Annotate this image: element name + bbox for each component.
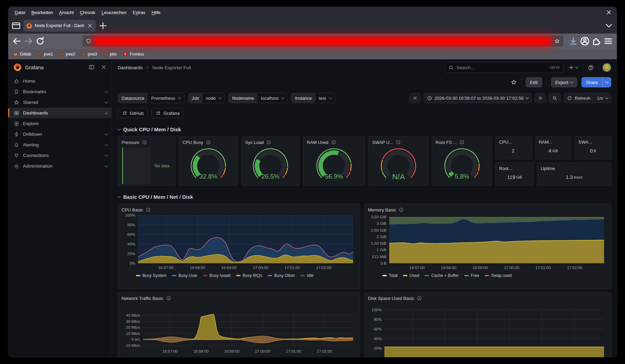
search-box[interactable]: ctrl+k: [445, 62, 564, 73]
sidebar-item[interactable]: Dashboards: [8, 108, 112, 118]
info-icon[interactable]: [396, 140, 401, 145]
disk-space-chart[interactable]: 20%40%60%80%100%: [368, 306, 606, 357]
variable-value-dropdown[interactable]: test: [315, 93, 335, 103]
add-button[interactable]: [567, 62, 579, 73]
panel-title[interactable]: Disk Space Used Basic: [368, 296, 414, 301]
chevron-down-icon[interactable]: [105, 143, 108, 146]
grafana-logo[interactable]: [14, 63, 21, 71]
panel-title[interactable]: SWA...: [578, 139, 592, 145]
variable-value-dropdown[interactable]: node: [202, 93, 225, 103]
root-fs-gauge[interactable]: 5.8%: [438, 146, 486, 182]
bookmark-item[interactable]: F Fronius: [123, 52, 144, 57]
bookmark-item[interactable]: Gitlab: [13, 52, 31, 57]
legend-item[interactable]: Total: [382, 273, 397, 278]
info-icon[interactable]: [146, 207, 151, 212]
legend-item[interactable]: Busy User: [172, 273, 197, 278]
export-button[interactable]: Export: [551, 77, 578, 87]
sidebar-item[interactable]: Alerting: [8, 139, 112, 150]
time-range-picker[interactable]: 2026-03-30 16:56:07 to 2026-03-30 17:02:…: [424, 93, 532, 103]
list-all-tabs-button[interactable]: [604, 21, 614, 31]
sidebar-item[interactable]: Bookmarks: [8, 86, 112, 97]
reload-button[interactable]: [35, 36, 45, 46]
info-icon[interactable]: [460, 140, 464, 145]
info-icon[interactable]: [417, 296, 422, 301]
bookmark-item[interactable]: pve3: [81, 52, 97, 57]
zoom-out-button[interactable]: [549, 93, 561, 103]
chevron-down-icon[interactable]: [105, 111, 108, 114]
info-icon[interactable]: [142, 140, 147, 145]
bookmark-item[interactable]: pve1: [37, 52, 53, 57]
info-icon[interactable]: [166, 296, 171, 301]
time-shift-forward-button[interactable]: [534, 93, 546, 103]
chevron-down-icon[interactable]: [105, 100, 108, 104]
tab-close-icon[interactable]: [87, 23, 93, 28]
refresh-interval-dropdown[interactable]: 1m: [594, 93, 611, 103]
legend-item[interactable]: Idle: [300, 273, 313, 278]
memory-basic-chart[interactable]: 0 B512 MiB1 GiB1.50 GiB2 GiB2.50 GiB3 Gi…: [368, 213, 606, 272]
menu-item[interactable]: Extras: [130, 9, 149, 16]
legend-item[interactable]: Swap used: [485, 273, 511, 278]
menu-item[interactable]: Lesezeichen: [99, 9, 130, 16]
time-shift-back-button[interactable]: [409, 93, 421, 103]
app-menu-button[interactable]: [603, 36, 613, 46]
dock-sidebar-icon[interactable]: [89, 64, 95, 70]
forward-button[interactable]: [23, 36, 34, 46]
legend-item[interactable]: Busy Iowait: [203, 273, 230, 278]
panel-title[interactable]: Root...: [499, 166, 512, 171]
chevron-down-icon[interactable]: [105, 132, 108, 135]
favorite-star-button[interactable]: [511, 79, 517, 85]
search-input[interactable]: [456, 65, 547, 70]
firefox-view-button[interactable]: [11, 21, 21, 31]
sidebar-item[interactable]: Administration: [8, 161, 112, 171]
sidebar-item[interactable]: Explore: [8, 118, 112, 129]
panel-title[interactable]: CPU Busy: [183, 140, 203, 145]
info-icon[interactable]: [266, 140, 271, 145]
menu-item[interactable]: Hilfe: [149, 9, 164, 16]
legend-item[interactable]: Free: [464, 273, 479, 278]
chevron-down-icon[interactable]: [105, 89, 108, 93]
legend-item[interactable]: Cache + Buffer: [425, 273, 459, 278]
extensions-button[interactable]: [591, 36, 602, 46]
sidebar-item[interactable]: Home: [8, 76, 112, 86]
panel-title[interactable]: Root FS ...: [436, 140, 457, 145]
variable-control[interactable]: Instance test: [291, 93, 335, 103]
refresh-button[interactable]: Refresh: [564, 93, 594, 103]
panel-title[interactable]: Memory Basic: [368, 207, 396, 213]
share-menu-button[interactable]: [602, 77, 611, 87]
dashboard-link[interactable]: Grafana: [151, 108, 184, 118]
swap-used-gauge[interactable]: N/A: [374, 146, 423, 182]
info-icon[interactable]: [399, 207, 404, 212]
breadcrumb-dashboards[interactable]: Dashboards: [118, 65, 143, 70]
window-close-button[interactable]: [606, 9, 612, 15]
legend-item[interactable]: Busy System: [136, 273, 166, 278]
legend-item[interactable]: Used: [403, 273, 419, 278]
menu-item[interactable]: Bearbeiten: [28, 9, 56, 16]
panel-title[interactable]: Network Traffic Basic: [121, 296, 163, 301]
panel-title[interactable]: Uptime: [541, 166, 555, 171]
legend-item[interactable]: Busy Other: [268, 273, 295, 278]
panel-title[interactable]: CPU Basic: [121, 207, 143, 213]
panel-title[interactable]: CPU...: [499, 139, 512, 145]
section-basic-cpu-mem-net-disk[interactable]: Basic CPU / Mem / Net / Disk: [118, 193, 611, 201]
bookmark-item[interactable]: pve2: [59, 52, 75, 57]
edit-button[interactable]: Edit: [525, 77, 542, 87]
user-avatar[interactable]: [602, 63, 611, 72]
variable-control[interactable]: Nodename localhost: [228, 93, 288, 103]
panel-title[interactable]: SWAP U...: [372, 140, 393, 145]
back-button[interactable]: [12, 36, 22, 46]
sidebar-item[interactable]: Drilldown: [8, 129, 112, 139]
section-quick-cpu-mem-disk[interactable]: Quick CPU / Mem / Disk: [118, 125, 611, 133]
panel-title[interactable]: Pressure: [121, 140, 139, 145]
ram-used-gauge[interactable]: 56.9%: [310, 146, 358, 182]
url-bar[interactable]: [82, 36, 563, 47]
pressure-plot[interactable]: No data: [121, 148, 172, 184]
info-icon[interactable]: [206, 140, 211, 145]
panel-title[interactable]: RAM Used: [307, 140, 328, 145]
sidebar-item[interactable]: Connections: [8, 150, 112, 161]
network-traffic-chart[interactable]: -10 Mb/s0 b/s10 Mb/s20 Mb/s30 Mb/s40 Mb/…: [121, 308, 355, 356]
chevron-down-icon[interactable]: [105, 164, 108, 167]
dashboard-link[interactable]: GitHub: [118, 108, 148, 118]
bookmark-item[interactable]: pbs: [103, 52, 117, 57]
downloads-button[interactable]: [568, 36, 578, 46]
bookmark-star-icon[interactable]: [554, 38, 560, 44]
